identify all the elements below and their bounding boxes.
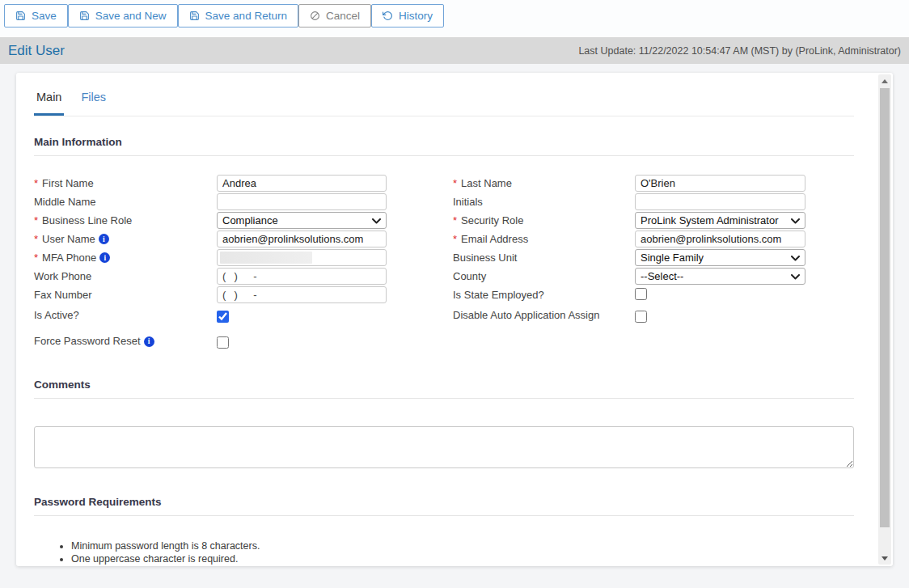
county-label: County: [453, 270, 635, 283]
last-name-input[interactable]: [635, 175, 805, 192]
save-button-label: Save: [32, 10, 57, 22]
info-icon[interactable]: i: [99, 234, 109, 244]
main-information-form: *First Name *Last Name Middle Name Initi…: [34, 174, 854, 356]
form-row: *User Namei *Email Address: [34, 230, 854, 248]
initials-label: Initials: [453, 196, 635, 209]
first-name-label: *First Name: [34, 177, 217, 190]
cancel-button-label: Cancel: [326, 10, 360, 22]
page-title: Edit User: [8, 43, 65, 59]
edit-user-card: Main Files Main Information *First Name …: [16, 73, 893, 566]
form-row: Force Password Reseti: [34, 335, 854, 356]
disable-auto-application-assign-checkbox[interactable]: [635, 311, 647, 323]
email-address-input[interactable]: [635, 231, 805, 247]
save-icon: [79, 11, 90, 21]
form-row: Middle Name Initials: [34, 192, 854, 211]
is-state-employed-label: Is State Employed?: [453, 289, 635, 302]
page-header: Edit User Last Update: 11/22/2022 10:54:…: [0, 37, 909, 64]
history-button[interactable]: History: [371, 4, 444, 27]
scroll-down-button[interactable]: [878, 552, 891, 565]
save-and-return-button[interactable]: Save and Return: [178, 4, 298, 27]
business-line-role-select[interactable]: Compliance: [217, 212, 387, 229]
toolbar: Save Save and New Save and Return Cancel…: [0, 0, 909, 37]
chevron-down-icon: [791, 270, 800, 282]
form-row: *MFA Phonei Business Unit Single Family: [34, 248, 854, 267]
required-marker: *: [453, 177, 457, 190]
is-active-label: Is Active?: [34, 309, 217, 322]
scroll-up-button[interactable]: [878, 74, 891, 87]
first-name-input[interactable]: [217, 175, 387, 192]
form-row: *Business Line Role Compliance *Security…: [34, 211, 854, 230]
business-unit-label: Business Unit: [453, 252, 635, 264]
comments-textarea[interactable]: [34, 426, 854, 468]
save-icon: [15, 11, 26, 21]
history-icon: [383, 11, 393, 21]
user-name-input[interactable]: [217, 231, 387, 247]
chevron-down-icon: [791, 252, 800, 264]
tab-bar: Main Files: [34, 73, 854, 116]
required-marker: *: [34, 233, 38, 246]
vertical-scrollbar[interactable]: [878, 74, 891, 565]
disable-auto-application-assign-label: Disable Auto Application Assign: [453, 309, 635, 322]
save-and-new-button[interactable]: Save and New: [68, 4, 178, 27]
chevron-down-icon: [791, 214, 800, 226]
form-row: Work Phone County --Select--: [34, 267, 854, 286]
save-and-new-button-label: Save and New: [95, 10, 167, 22]
business-unit-select[interactable]: Single Family: [635, 249, 805, 266]
work-phone-label: Work Phone: [34, 270, 217, 283]
password-requirement-item: Minimum password length is 8 characters.: [71, 540, 854, 552]
business-line-role-label: *Business Line Role: [34, 214, 217, 227]
form-row: Is Active? Disable Auto Application Assi…: [34, 309, 854, 330]
initials-input[interactable]: [635, 193, 805, 210]
last-name-label: *Last Name: [453, 177, 635, 190]
save-and-return-button-label: Save and Return: [205, 10, 287, 22]
password-requirement-item: One uppercase character is required.: [71, 553, 854, 565]
comments-heading: Comments: [34, 379, 854, 399]
main-information-heading: Main Information: [34, 136, 854, 156]
password-requirements-heading: Password Requirements: [34, 496, 854, 516]
user-name-label: *User Namei: [34, 233, 217, 246]
middle-name-label: Middle Name: [34, 196, 217, 209]
required-marker: *: [34, 214, 38, 227]
is-state-employed-checkbox[interactable]: [635, 288, 647, 300]
required-marker: *: [453, 233, 457, 246]
required-marker: *: [34, 177, 38, 190]
triangle-down-icon: [882, 556, 888, 561]
password-requirements-list: Minimum password length is 8 characters.…: [34, 540, 854, 566]
triangle-up-icon: [882, 79, 888, 83]
save-icon: [189, 11, 200, 21]
history-button-label: History: [399, 10, 433, 22]
cancel-icon: [310, 11, 320, 21]
last-update-text: Last Update: 11/22/2022 10:54:47 AM (MST…: [578, 45, 901, 57]
tab-files[interactable]: Files: [78, 91, 108, 116]
security-role-select[interactable]: ProLink System Administrator: [635, 212, 805, 229]
required-marker: *: [34, 252, 38, 264]
required-marker: *: [453, 214, 457, 227]
chevron-down-icon: [372, 214, 381, 226]
county-select[interactable]: --Select--: [635, 268, 805, 285]
info-icon[interactable]: i: [144, 336, 154, 347]
is-active-checkbox[interactable]: [217, 311, 229, 323]
fax-number-label: Fax Number: [34, 289, 217, 302]
force-password-reset-label: Force Password Reseti: [34, 335, 217, 348]
form-row: *First Name *Last Name: [34, 174, 854, 192]
security-role-label: *Security Role: [453, 214, 635, 227]
scrollbar-thumb[interactable]: [880, 88, 890, 527]
force-password-reset-checkbox[interactable]: [217, 336, 229, 349]
save-button[interactable]: Save: [4, 4, 68, 27]
work-phone-input[interactable]: [217, 268, 387, 285]
tab-main[interactable]: Main: [34, 91, 64, 116]
form-row: Fax Number Is State Employed?: [34, 286, 854, 304]
email-address-label: *Email Address: [453, 233, 635, 246]
info-icon[interactable]: i: [99, 252, 110, 263]
fax-number-input[interactable]: [217, 286, 387, 303]
middle-name-input[interactable]: [217, 193, 387, 210]
mfa-phone-label: *MFA Phonei: [34, 252, 217, 264]
cancel-button[interactable]: Cancel: [298, 4, 371, 27]
mfa-phone-redaction: [220, 252, 312, 264]
